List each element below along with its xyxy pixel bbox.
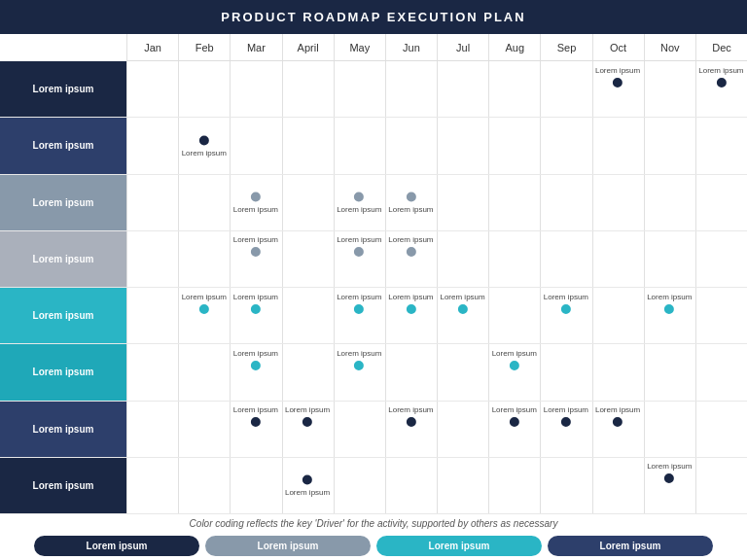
grid-col-10 <box>644 118 695 173</box>
dot-3-2 <box>404 245 417 259</box>
month-cell-nov: Nov <box>644 34 695 60</box>
dot-3-0 <box>249 245 263 259</box>
dot-4-1 <box>249 302 263 316</box>
page-header: PRODUCT ROADMAP EXECUTION PLAN <box>0 0 747 34</box>
gantt-row-1: Lorem ipsumLorem ipsum <box>0 118 747 174</box>
grid-col-9 <box>592 231 644 287</box>
dot-label-top-4-6: Lorem ipsum <box>647 293 692 301</box>
dot-group-6-3: Lorem ipsum <box>492 405 537 429</box>
dot-label-top-5-0: Lorem ipsum <box>233 349 278 358</box>
row-content-1: Lorem ipsum <box>126 118 747 173</box>
grid-col-8 <box>540 61 591 117</box>
grid-col-6 <box>437 175 488 230</box>
dot-label-top-5-1: Lorem ipsum <box>337 349 381 358</box>
dot-2-1 <box>352 191 366 204</box>
grid-col-3 <box>282 231 334 287</box>
dot-0-0 <box>611 76 624 89</box>
row-label-2: Lorem ipsum <box>0 175 126 230</box>
footer-note: Color coding reflects the key 'Driver' f… <box>0 514 747 532</box>
dot-5-0 <box>249 359 263 372</box>
dot-6-4 <box>559 415 573 429</box>
grid-col-9 <box>592 118 644 173</box>
page-container: PRODUCT ROADMAP EXECUTION PLAN JanFebMar… <box>0 0 747 560</box>
chart-area: JanFebMarAprilMayJunJulAugSepOctNovDec L… <box>0 34 747 514</box>
grid-col-11 <box>695 344 747 400</box>
dot-4-5 <box>559 302 573 316</box>
dot-label-top-7-1: Lorem ipsum <box>647 462 692 471</box>
dot-group-4-1: Lorem ipsum <box>233 293 278 316</box>
dot-4-2 <box>352 302 366 316</box>
month-cell-dec: Dec <box>695 34 747 60</box>
dot-group-3-0: Lorem ipsum <box>233 235 278 259</box>
row-content-2: Lorem ipsumLorem ipsumLorem ipsum <box>126 175 747 230</box>
grid-col-11 <box>695 402 747 457</box>
grid-col-8 <box>540 175 591 230</box>
dot-label-top-3-2: Lorem ipsum <box>388 235 433 244</box>
grid-col-10 <box>644 175 695 230</box>
grid-col-6 <box>437 61 488 117</box>
dot-label-top-5-2: Lorem ipsum <box>492 349 537 358</box>
grid-col-5 <box>385 458 437 513</box>
grid-col-9 <box>592 175 644 230</box>
grid-col-10 <box>644 231 695 287</box>
grid-col-5 <box>385 118 437 173</box>
dot-label-bottom-1-0: Lorem ipsum <box>182 148 227 157</box>
dot-label-top-6-2: Lorem ipsum <box>388 405 433 414</box>
grid-col-0 <box>126 61 178 117</box>
dot-group-7-0: Lorem ipsum <box>285 473 330 498</box>
dot-group-6-4: Lorem ipsum <box>544 405 588 429</box>
grid-col-7 <box>488 61 540 117</box>
dot-6-1 <box>301 415 314 429</box>
dot-group-4-0: Lorem ipsum <box>182 293 227 316</box>
dot-label-top-0-1: Lorem ipsum <box>698 66 743 75</box>
dot-6-3 <box>508 415 521 429</box>
rows-area: Lorem ipsumLorem ipsumLorem ipsumLorem i… <box>0 61 747 514</box>
dot-label-bottom-2-1: Lorem ipsum <box>337 205 381 214</box>
dot-label-top-3-0: Lorem ipsum <box>233 235 278 244</box>
grid-col-11 <box>695 288 747 343</box>
dot-label-top-4-1: Lorem ipsum <box>233 293 278 301</box>
grid-col-0 <box>126 344 178 400</box>
legend-item-2: Lorem ipsum <box>376 536 542 556</box>
grid-col-0 <box>126 458 178 513</box>
gantt-row-7: Lorem ipsumLorem ipsumLorem ipsum <box>0 458 747 514</box>
month-cell-jan: Jan <box>126 34 178 60</box>
row-content-7: Lorem ipsumLorem ipsum <box>126 458 747 513</box>
month-cell-sep: Sep <box>540 34 591 60</box>
dot-4-4 <box>456 302 470 316</box>
grid-col-9 <box>592 288 644 343</box>
dot-group-4-5: Lorem ipsum <box>544 293 588 316</box>
dot-label-top-6-3: Lorem ipsum <box>492 405 537 414</box>
grid-col-1 <box>178 402 230 457</box>
row-content-4: Lorem ipsumLorem ipsumLorem ipsumLorem i… <box>126 288 747 343</box>
dot-4-3 <box>404 302 417 316</box>
dot-label-top-4-3: Lorem ipsum <box>388 293 433 301</box>
grid-col-6 <box>437 231 488 287</box>
dot-group-4-2: Lorem ipsum <box>337 293 381 316</box>
row-label-6: Lorem ipsum <box>0 402 126 457</box>
grid-col-11 <box>695 175 747 230</box>
dot-5-2 <box>508 359 521 372</box>
dot-group-4-3: Lorem ipsum <box>388 293 433 316</box>
dot-2-0 <box>249 191 263 204</box>
grid-col-7 <box>488 118 540 173</box>
row-label-4: Lorem ipsum <box>0 288 126 343</box>
row-content-5: Lorem ipsumLorem ipsumLorem ipsum <box>126 344 747 400</box>
row-label-0: Lorem ipsum <box>0 61 126 117</box>
dot-group-7-1: Lorem ipsum <box>647 462 692 485</box>
month-cell-may: May <box>334 34 385 60</box>
dot-label-top-3-1: Lorem ipsum <box>337 235 381 244</box>
legend-item-3: Lorem ipsum <box>548 536 713 556</box>
dot-group-0-1: Lorem ipsum <box>698 66 743 89</box>
grid-col-0 <box>126 118 178 173</box>
dot-label-top-6-1: Lorem ipsum <box>285 405 330 414</box>
row-label-7: Lorem ipsum <box>0 458 126 513</box>
grid-col-6 <box>437 344 488 400</box>
grid-col-3 <box>282 175 334 230</box>
dot-group-5-1: Lorem ipsum <box>337 349 381 372</box>
dot-group-3-2: Lorem ipsum <box>388 235 433 259</box>
dot-group-6-1: Lorem ipsum <box>285 405 330 429</box>
grid-col-10 <box>644 61 695 117</box>
row-label-1: Lorem ipsum <box>0 118 126 173</box>
dot-label-top-4-5: Lorem ipsum <box>544 293 588 301</box>
